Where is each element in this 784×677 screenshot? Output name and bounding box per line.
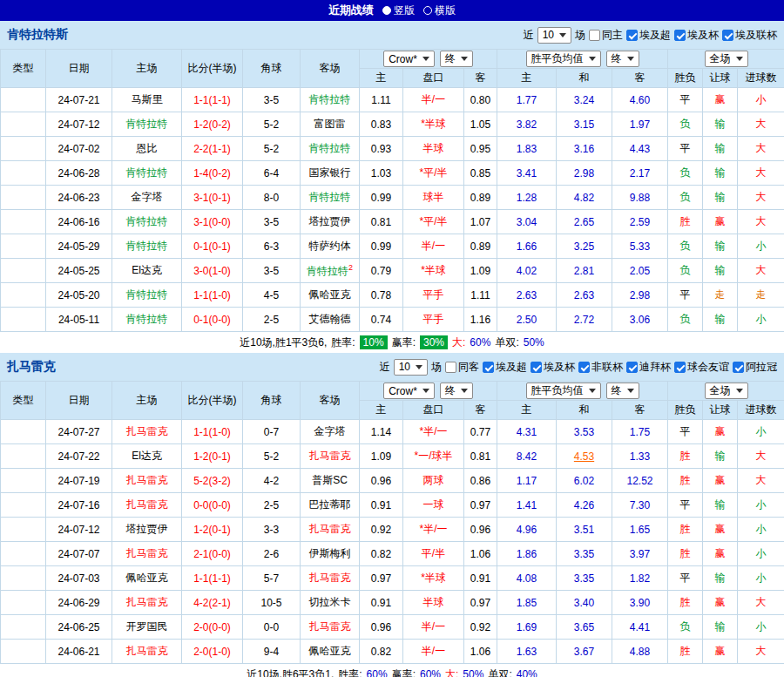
home-team: 扎马雷克 bbox=[112, 420, 182, 444]
score: 5-2(3-2) bbox=[182, 469, 243, 493]
euro-win-odds: 2.63 bbox=[497, 283, 557, 308]
asia-home-odds: 0.81 bbox=[360, 210, 403, 234]
page-title: 近期战绩 bbox=[328, 3, 374, 18]
euro-win-odds: 3.04 bbox=[497, 210, 557, 234]
col-header-date: 日期 bbox=[46, 50, 112, 88]
league-filter-checkbox-label: 埃及超 bbox=[496, 360, 527, 375]
chevron-down-icon bbox=[589, 389, 596, 393]
section-header-bar: 扎马雷克 近10场同客埃及超埃及杯非联杯迪拜杯球会友谊阿拉冠 bbox=[0, 353, 784, 381]
corner-score: 3-5 bbox=[243, 88, 301, 112]
scope-select-value: 全场 bbox=[710, 383, 731, 398]
euro-draw-odds: 3.35 bbox=[557, 566, 612, 591]
corner-score: 2-6 bbox=[243, 542, 301, 566]
odds-time-select[interactable]: 终 bbox=[440, 51, 473, 67]
col-header-draw: 和 bbox=[557, 69, 612, 88]
recent-count-select[interactable]: 10 bbox=[537, 27, 571, 44]
wdl-time-select[interactable]: 终 bbox=[606, 51, 639, 67]
league-filter-checkbox[interactable]: 埃及超 bbox=[626, 28, 671, 43]
bookmaker-select[interactable]: Crow* bbox=[383, 51, 435, 67]
corner-score: 9-4 bbox=[243, 640, 301, 664]
wdl-odds-group-header: 胜平负均值 终 bbox=[497, 382, 668, 401]
match-date: 24-07-12 bbox=[46, 112, 112, 137]
footer-stat: 赢率: bbox=[392, 335, 416, 350]
league-badge: 埃及超 bbox=[1, 186, 46, 210]
home-team: 扎马雷克 bbox=[112, 493, 182, 518]
euro-win-odds: 3.41 bbox=[497, 161, 557, 186]
wdl-select-value: 胜平负均值 bbox=[531, 51, 584, 66]
league-filter-checkbox[interactable]: 迪拜杯 bbox=[626, 360, 671, 375]
asia-home-odds: 0.96 bbox=[360, 615, 403, 640]
handicap-line: 半/一 bbox=[403, 234, 464, 259]
radio-label: 横版 bbox=[435, 3, 456, 18]
score: 3-0(1-0) bbox=[182, 259, 243, 283]
away-team: 扎马雷克 bbox=[301, 518, 360, 542]
goals-result-cell: 小 bbox=[738, 308, 784, 332]
league-filter-checkbox[interactable]: 球会友谊 bbox=[674, 360, 729, 375]
league-filter-checkbox[interactable]: 埃及超 bbox=[483, 360, 527, 375]
league-filter-checkbox[interactable]: 阿拉冠 bbox=[733, 360, 777, 375]
wdl-select[interactable]: 胜平负均值 bbox=[526, 383, 601, 399]
handicap-result-cell: 输 bbox=[703, 566, 738, 591]
euro-lose-odds: 4.41 bbox=[612, 615, 668, 640]
match-row: 埃及超24-05-20肯特拉特1-1(1-0)4-5佩哈亚克0.78平手1.11… bbox=[1, 283, 784, 308]
corner-score: 4-5 bbox=[243, 283, 301, 308]
same-venue-checkbox-label: 同主 bbox=[602, 28, 623, 43]
chevron-down-icon bbox=[736, 389, 743, 393]
goals-result-cell: 大 bbox=[738, 210, 784, 234]
checkbox-checked-icon bbox=[722, 30, 733, 41]
goals-result-cell: 大 bbox=[738, 112, 784, 137]
radio-label: 竖版 bbox=[394, 3, 415, 18]
match-row: 埃及超24-06-16肯特拉特3-1(0-0)3-5塔拉贾伊0.81*平/半1.… bbox=[1, 210, 784, 234]
bookmaker-select[interactable]: Crow* bbox=[383, 383, 435, 399]
corner-score: 2-5 bbox=[243, 308, 301, 332]
handicap-line: *半球 bbox=[403, 259, 464, 283]
match-row: 埃及超24-07-12肯特拉特1-2(0-2)5-2富图雷0.83*半球1.05… bbox=[1, 112, 784, 137]
goals-result-cell: 大 bbox=[738, 469, 784, 493]
away-team: 佩哈亚克 bbox=[301, 283, 360, 308]
odds-time-select[interactable]: 终 bbox=[440, 383, 473, 399]
same-venue-checkbox[interactable]: 同主 bbox=[589, 28, 623, 43]
wdl-time-select[interactable]: 终 bbox=[606, 383, 639, 399]
result-cell: 胜 bbox=[668, 640, 703, 664]
scope-select[interactable]: 全场 bbox=[705, 51, 748, 67]
league-filter-checkbox[interactable]: 埃及杯 bbox=[531, 360, 575, 375]
away-team: 佩哈亚克 bbox=[301, 640, 360, 664]
corner-score: 0-7 bbox=[243, 420, 301, 444]
league-badge: 埃及超 bbox=[1, 161, 46, 186]
home-team: 肯特拉特 bbox=[112, 283, 182, 308]
result-cell: 胜 bbox=[668, 518, 703, 542]
match-row: 埃及超24-07-21马斯里1-1(1-1)3-5肯特拉特1.11半/一0.80… bbox=[1, 88, 784, 112]
asia-home-odds: 0.99 bbox=[360, 234, 403, 259]
score: 4-2(2-1) bbox=[182, 591, 243, 615]
asia-away-odds: 0.86 bbox=[464, 469, 497, 493]
league-filter-checkbox[interactable]: 非联杯 bbox=[578, 360, 623, 375]
handicap-result-cell: 赢 bbox=[703, 469, 738, 493]
league-filter-checkbox[interactable]: 埃及杯 bbox=[674, 28, 719, 43]
wdl-select[interactable]: 胜平负均值 bbox=[526, 51, 601, 67]
league-filter-checkbox[interactable]: 埃及联杯 bbox=[722, 28, 777, 43]
col-header-corner: 角球 bbox=[243, 50, 301, 88]
match-date: 24-07-19 bbox=[46, 469, 112, 493]
recent-count-select[interactable]: 10 bbox=[394, 359, 428, 376]
scope-select[interactable]: 全场 bbox=[705, 383, 748, 399]
scope-select-value: 全场 bbox=[710, 51, 731, 66]
match-date: 24-07-21 bbox=[46, 88, 112, 112]
col-header-away-odds: 客 bbox=[464, 401, 497, 420]
handicap-result-cell: 输 bbox=[703, 186, 738, 210]
score: 2-1(0-0) bbox=[182, 542, 243, 566]
home-team: 肯特拉特 bbox=[112, 308, 182, 332]
chevron-down-icon bbox=[559, 33, 566, 37]
euro-lose-odds: 2.98 bbox=[612, 283, 668, 308]
chevron-down-icon bbox=[422, 57, 429, 61]
col-header-result: 胜负 bbox=[668, 401, 703, 420]
layout-vertical-radio[interactable]: 竖版 bbox=[382, 3, 415, 18]
same-venue-checkbox[interactable]: 同客 bbox=[445, 360, 479, 375]
layout-horizontal-radio[interactable]: 横版 bbox=[423, 3, 456, 18]
col-header-type: 类型 bbox=[1, 50, 46, 88]
home-team: 恩比 bbox=[112, 137, 182, 161]
asia-away-odds: 1.06 bbox=[464, 542, 497, 566]
asia-away-odds: 0.97 bbox=[464, 493, 497, 518]
goals-result-cell: 走 bbox=[738, 283, 784, 308]
team-section-2: 扎马雷克 近10场同客埃及超埃及杯非联杯迪拜杯球会友谊阿拉冠 类型 日期 主场 … bbox=[0, 353, 784, 677]
matches-table: 类型 日期 主场 比分(半场) 角球 客场 Crow* 终 胜平负均值 终 bbox=[0, 381, 784, 664]
